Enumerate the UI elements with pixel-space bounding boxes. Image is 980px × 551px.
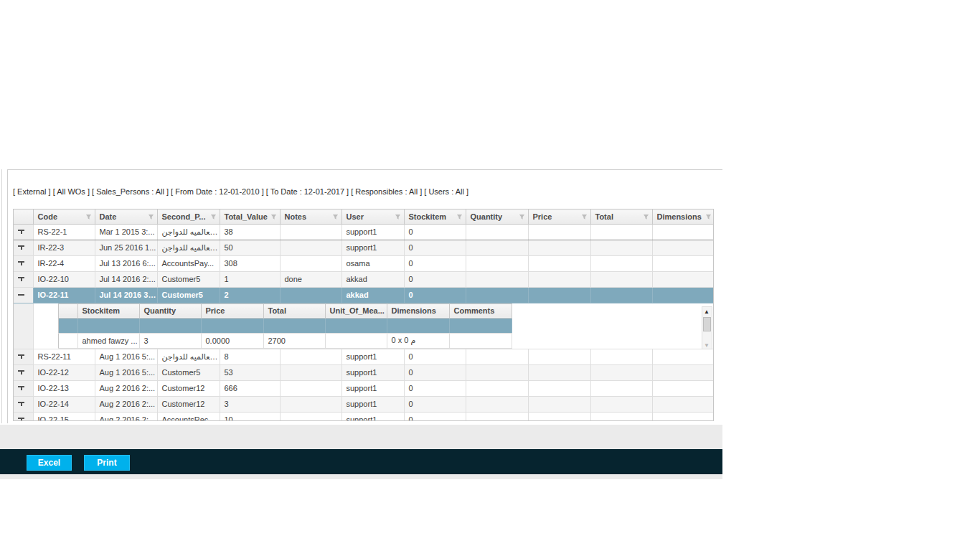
filter-icon[interactable] (148, 214, 154, 220)
cell-date[interactable]: Mar 1 2015 3:... (95, 224, 157, 240)
cell-user[interactable]: support1 (341, 240, 404, 255)
cell-stockitem[interactable]: 0 (404, 240, 466, 255)
cell-price[interactable] (528, 255, 590, 271)
table-row[interactable]: IR-22-4 Jul 13 2016 6:... AccountsPay...… (14, 255, 714, 271)
subcolumn-header-total[interactable]: Total (263, 303, 325, 318)
cell-date[interactable]: Jul 14 2016 2:... (95, 271, 157, 287)
cell-price[interactable] (528, 287, 590, 303)
cell-stockitem[interactable]: 0 (404, 255, 466, 271)
cell-code[interactable]: IR-22-3 (33, 240, 95, 255)
row-expand-cell[interactable] (14, 349, 33, 364)
column-header-stockitem[interactable]: Stockitem (404, 209, 466, 224)
row-expand-cell[interactable] (14, 224, 33, 240)
subcolumn-header-dimensions[interactable]: Dimensions (387, 303, 449, 318)
cell-code[interactable]: RS-22-1 (33, 224, 95, 240)
expand-icon[interactable] (18, 229, 24, 235)
cell-quantity[interactable] (466, 412, 528, 421)
cell-stockitem[interactable]: 0 (404, 364, 466, 380)
subgrid-row-selected[interactable] (58, 318, 512, 333)
filter-icon[interactable] (705, 214, 712, 220)
filter-icon[interactable] (85, 214, 92, 220)
table-row[interactable]: RS-22-1 Mar 1 2015 3:... الشركه العالميه… (14, 224, 714, 240)
table-row-selected[interactable]: IO-22-11 Jul 14 2016 3:... Customer5 2 a… (14, 287, 714, 303)
subcell-unit-of-measure[interactable] (325, 318, 387, 333)
cell-total[interactable] (590, 396, 652, 412)
cell-dimensions[interactable] (652, 380, 714, 396)
expand-icon[interactable] (18, 260, 24, 266)
subcell-dimensions[interactable]: 0 x 0 م (387, 333, 449, 348)
cell-user[interactable]: support1 (341, 396, 404, 412)
cell-notes[interactable]: done (280, 271, 341, 287)
cell-date[interactable]: Aug 2 2016 2:... (95, 380, 157, 396)
cell-code[interactable]: IO-22-14 (33, 396, 95, 412)
cell-notes[interactable] (280, 240, 341, 255)
cell-second-party[interactable]: AccountsPay... (157, 255, 220, 271)
collapse-icon[interactable] (18, 292, 24, 298)
subcell-price[interactable]: 0.0000 (201, 333, 263, 348)
cell-second-party[interactable]: AccountsRec... (157, 412, 220, 421)
column-header-second-party[interactable]: Second_P... (157, 209, 220, 224)
table-row[interactable]: IO-22-15 Aug 2 2016 2:... AccountsRec...… (14, 412, 714, 421)
cell-user[interactable]: support1 (341, 364, 404, 380)
cell-stockitem[interactable]: 0 (404, 287, 466, 303)
cell-notes[interactable] (280, 255, 341, 271)
print-button[interactable]: Print (84, 455, 130, 471)
expand-icon[interactable] (18, 417, 24, 421)
cell-dimensions[interactable] (652, 255, 714, 271)
cell-total-value[interactable]: 1 (220, 271, 280, 287)
cell-price[interactable] (528, 396, 590, 412)
table-row[interactable]: IR-22-3 Jun 25 2016 1... الشركه العالميه… (14, 240, 714, 255)
cell-date[interactable]: Aug 2 2016 2:... (95, 412, 157, 421)
column-header-price[interactable]: Price (528, 209, 590, 224)
row-collapse-cell[interactable] (14, 287, 33, 303)
cell-user[interactable]: akkad (341, 271, 404, 287)
cell-price[interactable] (528, 380, 590, 396)
column-header-notes[interactable]: Notes (280, 209, 341, 224)
cell-date[interactable]: Aug 2 2016 2:... (95, 396, 157, 412)
subcell-stockitem[interactable]: ahmed fawzy ... (77, 333, 139, 348)
subcell-unit-of-measure[interactable] (325, 333, 387, 348)
cell-total[interactable] (590, 255, 652, 271)
cell-stockitem[interactable]: 0 (404, 349, 466, 364)
cell-total-value[interactable]: 50 (220, 240, 280, 255)
cell-total[interactable] (590, 287, 652, 303)
filter-icon[interactable] (643, 214, 649, 220)
column-header-dimensions[interactable]: Dimensions (652, 209, 714, 224)
cell-user[interactable]: support1 (341, 412, 404, 421)
cell-notes[interactable] (280, 396, 341, 412)
cell-total-value[interactable]: 10 (220, 412, 280, 421)
cell-code[interactable]: IO-22-10 (33, 271, 95, 287)
cell-date[interactable]: Aug 1 2016 5:... (95, 364, 157, 380)
cell-user[interactable]: osama (341, 255, 404, 271)
subcell-total[interactable] (263, 318, 325, 333)
cell-price[interactable] (528, 224, 590, 240)
cell-quantity[interactable] (466, 396, 528, 412)
cell-stockitem[interactable]: 0 (404, 271, 466, 287)
cell-second-party[interactable]: Customer12 (157, 380, 220, 396)
cell-user[interactable]: support1 (341, 380, 404, 396)
cell-total-value[interactable]: 38 (220, 224, 280, 240)
subcell-total[interactable]: 2700 (263, 333, 325, 348)
row-expand-cell[interactable] (14, 364, 33, 380)
cell-dimensions[interactable] (652, 412, 714, 421)
column-header-user[interactable]: User (341, 209, 404, 224)
cell-date[interactable]: Aug 1 2016 5:... (95, 349, 157, 364)
filter-icon[interactable] (210, 214, 217, 220)
cell-stockitem[interactable]: 0 (404, 396, 466, 412)
scroll-up-icon[interactable]: ▲ (702, 307, 712, 316)
cell-quantity[interactable] (466, 224, 528, 240)
cell-second-party[interactable]: الشركه العالميه للدواجن (157, 349, 220, 364)
subcell-price[interactable] (201, 318, 263, 333)
cell-quantity[interactable] (466, 349, 528, 364)
subgrid-row[interactable]: ahmed fawzy ... 3 0.0000 2700 0 x 0 م (58, 333, 512, 348)
cell-dimensions[interactable] (652, 287, 714, 303)
cell-code[interactable]: IO-22-12 (33, 364, 95, 380)
cell-date[interactable]: Jul 14 2016 3:... (95, 287, 157, 303)
cell-total-value[interactable]: 308 (220, 255, 280, 271)
expand-icon[interactable] (18, 354, 24, 359)
cell-price[interactable] (528, 240, 590, 255)
cell-dimensions[interactable] (652, 271, 714, 287)
cell-second-party[interactable]: Customer5 (157, 287, 220, 303)
subcell-comments[interactable] (449, 318, 512, 333)
cell-price[interactable] (528, 349, 590, 364)
